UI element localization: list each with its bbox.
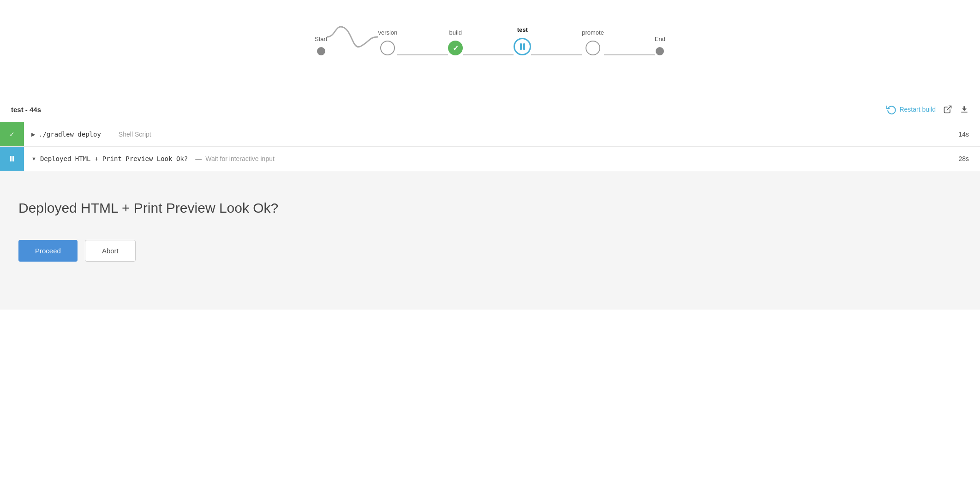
stage-label-build: build bbox=[449, 29, 462, 36]
step-row-1: ✓ ▶ ./gradlew deploy — Shell Script 14s bbox=[0, 122, 980, 147]
step-type-2: Wait for interactive input bbox=[205, 155, 275, 162]
stage-node-promote[interactable] bbox=[586, 41, 600, 55]
step-check-icon: ✓ bbox=[9, 131, 15, 138]
step-content-1: ▶ ./gradlew deploy — Shell Script bbox=[24, 131, 947, 138]
svg-line-0 bbox=[947, 106, 951, 110]
restart-icon bbox=[886, 104, 896, 114]
step-status-paused bbox=[0, 147, 24, 171]
build-title: test - 44s bbox=[11, 106, 41, 114]
step-row-2: ▼ Deployed HTML + Print Preview Look Ok?… bbox=[0, 147, 980, 171]
build-actions: Restart build bbox=[886, 104, 969, 114]
stage-label-start: Start bbox=[315, 36, 327, 42]
step-status-success: ✓ bbox=[0, 122, 24, 146]
stage-node-test[interactable] bbox=[514, 38, 531, 55]
stage-label-test: test bbox=[517, 26, 528, 33]
stage-label-promote: promote bbox=[582, 29, 604, 36]
connector-p-e bbox=[604, 54, 655, 55]
interactive-panel: Deployed HTML + Print Preview Look Ok? P… bbox=[0, 171, 980, 310]
stage-label-version: version bbox=[378, 29, 397, 36]
download-icon[interactable] bbox=[960, 105, 969, 114]
step-expand-1[interactable]: ▶ bbox=[31, 131, 35, 137]
connector-t-p bbox=[531, 54, 582, 55]
step-content-2: ▼ Deployed HTML + Print Preview Look Ok?… bbox=[24, 155, 947, 162]
abort-button[interactable]: Abort bbox=[85, 240, 136, 262]
pause-icon bbox=[520, 43, 525, 50]
external-link-icon[interactable] bbox=[943, 105, 952, 114]
restart-build-button[interactable]: Restart build bbox=[886, 104, 936, 114]
proceed-button[interactable]: Proceed bbox=[18, 240, 78, 262]
step-name-1: ./gradlew deploy bbox=[39, 131, 101, 138]
step-duration-1: 14s bbox=[947, 131, 980, 138]
check-icon: ✓ bbox=[453, 44, 459, 53]
restart-build-label: Restart build bbox=[899, 106, 936, 113]
stage-node-build[interactable]: ✓ bbox=[448, 41, 463, 55]
step-pause-icon bbox=[10, 156, 14, 161]
connector-v-b bbox=[397, 54, 448, 55]
connector-b-t bbox=[463, 54, 514, 55]
stage-label-end: End bbox=[655, 36, 665, 42]
stage-node-end[interactable] bbox=[656, 47, 664, 55]
step-name-2: Deployed HTML + Print Preview Look Ok? bbox=[40, 155, 188, 162]
interactive-buttons: Proceed Abort bbox=[18, 240, 962, 262]
step-duration-2: 28s bbox=[947, 155, 980, 162]
step-type-separator-2: — bbox=[195, 155, 202, 162]
step-type-separator-1: — bbox=[108, 131, 115, 138]
step-type-1: Shell Script bbox=[119, 131, 151, 138]
stage-node-version[interactable] bbox=[380, 41, 395, 55]
stage-node-start[interactable] bbox=[317, 47, 325, 55]
interactive-question: Deployed HTML + Print Preview Look Ok? bbox=[18, 199, 295, 217]
step-expand-2[interactable]: ▼ bbox=[31, 156, 36, 161]
